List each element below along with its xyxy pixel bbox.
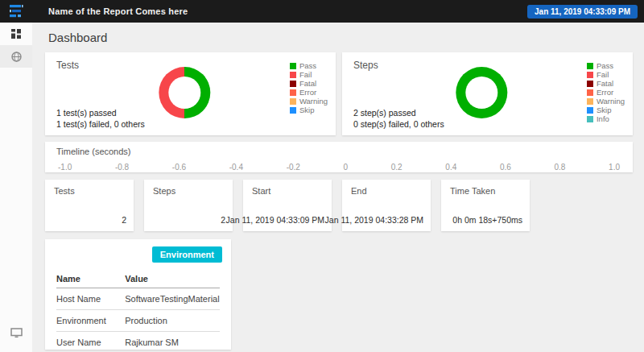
stats-row: Tests2Steps2StartJan 11, 2019 04:33:09 P… bbox=[45, 180, 633, 231]
chart-summary-line: 0 step(s) failed, 0 others bbox=[353, 118, 444, 130]
stat-card-end: EndJan 11, 2019 04:33:28 PM bbox=[342, 180, 431, 231]
legend-swatch bbox=[587, 116, 593, 122]
legend-swatch bbox=[587, 98, 593, 105]
environment-row: User NameRajkumar SM bbox=[56, 332, 220, 352]
legend-label: Fail bbox=[299, 71, 312, 79]
legend-item-skip[interactable]: Skip bbox=[587, 106, 625, 114]
globe-icon bbox=[11, 52, 22, 62]
axis-tick-label: -0.4 bbox=[229, 163, 243, 172]
legend-swatch bbox=[587, 89, 593, 96]
stat-value: 2 bbox=[122, 215, 126, 225]
legend-item-skip[interactable]: Skip bbox=[290, 106, 328, 114]
legend-item-fatal[interactable]: Fatal bbox=[290, 80, 328, 88]
stat-label: Tests bbox=[54, 186, 75, 196]
environment-cell: Environment bbox=[56, 310, 125, 332]
legend-item-pass[interactable]: Pass bbox=[587, 62, 625, 70]
stat-card-tests: Tests2 bbox=[45, 180, 134, 231]
legend-label: Skip bbox=[299, 106, 314, 114]
legend-swatch bbox=[587, 107, 593, 114]
legend-item-pass[interactable]: Pass bbox=[290, 62, 328, 70]
legend-label: Warning bbox=[597, 97, 625, 106]
legend-item-error[interactable]: Error bbox=[290, 89, 328, 97]
axis-tick-label: -0.8 bbox=[115, 163, 129, 172]
stat-value: 0h 0m 18s+750ms bbox=[452, 215, 522, 225]
legend-swatch bbox=[290, 81, 296, 87]
environment-card: Environment Name Value Host NameSoftware… bbox=[45, 239, 231, 350]
legend-item-warning[interactable]: Warning bbox=[290, 97, 328, 106]
steps-chart-legend: PassFailFatalErrorWarningSkipInfo bbox=[587, 62, 625, 124]
axis-tick-label: 0.2 bbox=[391, 163, 402, 172]
sidebar-item-testrunner-logs[interactable] bbox=[0, 321, 32, 344]
stat-card-time-taken: Time Taken0h 0m 18s+750ms bbox=[441, 180, 530, 231]
legend-label: Error bbox=[597, 89, 613, 97]
axis-tick-label: 0.6 bbox=[500, 163, 511, 172]
timeline-card: Timeline (seconds) -1.0-0.8-0.6-0.4-0.20… bbox=[45, 142, 633, 172]
environment-cell: Production bbox=[125, 310, 220, 332]
report-title: Name of the Report Comes here bbox=[48, 6, 188, 16]
legend-swatch bbox=[587, 81, 593, 87]
legend-item-error[interactable]: Error bbox=[587, 89, 625, 97]
stat-card-steps: Steps2 bbox=[144, 180, 233, 231]
environment-table-body: Host NameSoftwareTestingMaterialEnvironm… bbox=[56, 288, 220, 352]
legend-item-fail[interactable]: Fail bbox=[290, 71, 328, 79]
legend-label: Info bbox=[597, 115, 609, 123]
environment-badge: Environment bbox=[152, 246, 222, 263]
steps-chart-summary: 2 step(s) passed0 step(s) failed, 0 othe… bbox=[353, 107, 444, 130]
env-col-value: Value bbox=[125, 271, 220, 288]
legend-label: Skip bbox=[597, 106, 611, 114]
main-content: Dashboard Tests PassFailFatalErrorWarnin… bbox=[32, 23, 644, 352]
environment-table: Name Value Host NameSoftwareTestingMater… bbox=[56, 271, 220, 352]
extent-logo[interactable] bbox=[0, 0, 32, 23]
legend-swatch bbox=[290, 63, 296, 69]
legend-label: Fail bbox=[597, 71, 609, 79]
chart-summary-line: 1 test(s) failed, 0 others bbox=[56, 118, 145, 130]
environment-cell: Host Name bbox=[56, 288, 125, 310]
axis-tick-label: -0.2 bbox=[287, 163, 300, 172]
stat-label: Start bbox=[252, 186, 270, 196]
environment-row: Host NameSoftwareTestingMaterial bbox=[56, 288, 220, 310]
chart-summary-line: 1 test(s) passed bbox=[56, 107, 145, 118]
tests-donut-chart bbox=[159, 67, 210, 118]
steps-chart-title: Steps bbox=[353, 60, 378, 71]
stat-label: End bbox=[351, 186, 367, 196]
axis-tick-label: 0.4 bbox=[445, 163, 456, 172]
timeline-title: Timeline (seconds) bbox=[56, 147, 131, 156]
chart-summary-line: 2 step(s) passed bbox=[353, 107, 444, 118]
axis-tick-label: 0 bbox=[344, 163, 349, 172]
legend-label: Pass bbox=[597, 62, 613, 70]
legend-item-fatal[interactable]: Fatal bbox=[587, 80, 625, 88]
legend-swatch bbox=[587, 72, 593, 78]
stat-card-start: StartJan 11, 2019 04:33:09 PM bbox=[243, 180, 332, 231]
page-title: Dashboard bbox=[48, 31, 633, 44]
extent-logo-icon bbox=[9, 4, 23, 19]
legend-label: Error bbox=[299, 89, 316, 97]
tests-chart-card: Tests PassFailFatalErrorWarningSkip 1 te… bbox=[45, 52, 336, 135]
sidebar-item-dashboard[interactable] bbox=[0, 23, 32, 45]
legend-item-fail[interactable]: Fail bbox=[587, 71, 625, 79]
tests-chart-title: Tests bbox=[56, 60, 79, 71]
environment-table-header: Name Value bbox=[56, 271, 220, 288]
legend-swatch bbox=[290, 89, 296, 96]
environment-row: EnvironmentProduction bbox=[56, 310, 220, 332]
steps-chart-card: Steps PassFailFatalErrorWarningSkipInfo … bbox=[342, 52, 633, 135]
legend-swatch bbox=[290, 107, 296, 114]
sidebar-item-categories[interactable] bbox=[0, 45, 32, 68]
legend-swatch bbox=[587, 63, 593, 69]
stat-value: Jan 11, 2019 04:33:28 PM bbox=[325, 215, 423, 225]
environment-cell: Rajkumar SM bbox=[125, 332, 220, 352]
dashboard-grid-icon bbox=[11, 29, 21, 39]
axis-tick-label: -1.0 bbox=[58, 163, 72, 172]
monitor-icon bbox=[10, 328, 23, 338]
top-navbar: Name of the Report Comes here Jan 11, 20… bbox=[0, 0, 644, 23]
charts-row: Tests PassFailFatalErrorWarningSkip 1 te… bbox=[45, 52, 633, 135]
axis-tick-label: -0.6 bbox=[172, 163, 186, 172]
legend-item-info[interactable]: Info bbox=[587, 115, 625, 123]
stat-value: 2 bbox=[221, 215, 225, 225]
legend-item-warning[interactable]: Warning bbox=[587, 97, 625, 106]
stat-label: Time Taken bbox=[450, 186, 495, 196]
environment-cell: SoftwareTestingMaterial bbox=[125, 288, 220, 310]
legend-label: Fatal bbox=[299, 80, 316, 88]
env-col-name: Name bbox=[56, 271, 125, 288]
tests-chart-summary: 1 test(s) passed1 test(s) failed, 0 othe… bbox=[56, 107, 145, 130]
legend-label: Fatal bbox=[597, 80, 613, 88]
